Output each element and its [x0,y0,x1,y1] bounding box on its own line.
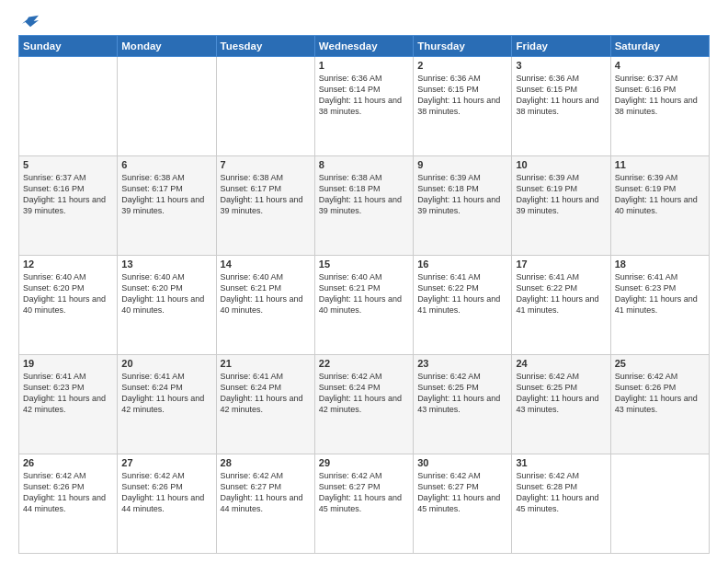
day-number: 17 [516,259,606,270]
calendar-cell: 5Sunrise: 6:37 AM Sunset: 6:16 PM Daylig… [19,156,118,256]
day-content: Sunrise: 6:41 AM Sunset: 6:22 PM Dayligh… [417,271,507,316]
day-number: 2 [417,60,507,71]
calendar-week-3: 12Sunrise: 6:40 AM Sunset: 6:20 PM Dayli… [19,256,710,355]
day-content: Sunrise: 6:41 AM Sunset: 6:22 PM Dayligh… [516,271,606,316]
day-content: Sunrise: 6:41 AM Sunset: 6:24 PM Dayligh… [221,371,311,416]
calendar-week-4: 19Sunrise: 6:41 AM Sunset: 6:23 PM Dayli… [19,355,710,454]
day-number: 18 [615,259,705,270]
day-content: Sunrise: 6:42 AM Sunset: 6:26 PM Dayligh… [23,470,113,515]
logo-bird-icon [22,15,39,28]
calendar-cell: 14Sunrise: 6:40 AM Sunset: 6:21 PM Dayli… [216,256,314,355]
day-number: 21 [221,358,311,369]
calendar-cell [216,57,314,156]
calendar-cell: 29Sunrise: 6:42 AM Sunset: 6:27 PM Dayli… [314,454,413,554]
day-header-friday: Friday [512,36,610,57]
calendar-cell: 18Sunrise: 6:41 AM Sunset: 6:23 PM Dayli… [610,256,709,355]
calendar-cell: 23Sunrise: 6:42 AM Sunset: 6:25 PM Dayli… [414,355,512,454]
day-number: 15 [319,259,409,270]
calendar-cell: 10Sunrise: 6:39 AM Sunset: 6:19 PM Dayli… [512,156,610,256]
day-number: 25 [615,358,705,369]
day-content: Sunrise: 6:40 AM Sunset: 6:21 PM Dayligh… [319,271,409,316]
day-content: Sunrise: 6:39 AM Sunset: 6:18 PM Dayligh… [417,172,507,217]
calendar-cell: 21Sunrise: 6:41 AM Sunset: 6:24 PM Dayli… [216,355,314,454]
day-content: Sunrise: 6:36 AM Sunset: 6:15 PM Dayligh… [417,73,507,118]
day-number: 26 [23,457,113,468]
day-number: 24 [516,358,606,369]
day-number: 28 [221,457,311,468]
day-content: Sunrise: 6:39 AM Sunset: 6:19 PM Dayligh… [615,172,705,217]
calendar-cell [118,57,216,156]
day-number: 6 [121,159,211,170]
calendar-cell: 6Sunrise: 6:38 AM Sunset: 6:17 PM Daylig… [118,156,216,256]
calendar-cell: 24Sunrise: 6:42 AM Sunset: 6:25 PM Dayli… [512,355,610,454]
day-number: 7 [221,159,311,170]
day-number: 22 [319,358,409,369]
day-content: Sunrise: 6:42 AM Sunset: 6:27 PM Dayligh… [221,470,311,515]
calendar-cell: 31Sunrise: 6:42 AM Sunset: 6:28 PM Dayli… [512,454,610,554]
day-number: 1 [319,60,409,71]
day-number: 3 [516,60,606,71]
day-content: Sunrise: 6:37 AM Sunset: 6:16 PM Dayligh… [23,172,113,217]
calendar-header-row: SundayMondayTuesdayWednesdayThursdayFrid… [19,36,710,57]
day-content: Sunrise: 6:41 AM Sunset: 6:23 PM Dayligh… [615,271,705,316]
calendar-week-2: 5Sunrise: 6:37 AM Sunset: 6:16 PM Daylig… [19,156,710,256]
logo-text [18,15,39,28]
day-number: 31 [516,457,606,468]
calendar-cell: 1Sunrise: 6:36 AM Sunset: 6:14 PM Daylig… [314,57,413,156]
day-header-saturday: Saturday [610,36,709,57]
day-content: Sunrise: 6:36 AM Sunset: 6:14 PM Dayligh… [319,73,409,118]
day-content: Sunrise: 6:42 AM Sunset: 6:27 PM Dayligh… [417,470,507,515]
day-content: Sunrise: 6:42 AM Sunset: 6:26 PM Dayligh… [615,371,705,416]
calendar-week-1: 1Sunrise: 6:36 AM Sunset: 6:14 PM Daylig… [19,57,710,156]
calendar-cell: 15Sunrise: 6:40 AM Sunset: 6:21 PM Dayli… [314,256,413,355]
day-number: 23 [417,358,507,369]
day-header-wednesday: Wednesday [314,36,413,57]
calendar-cell: 11Sunrise: 6:39 AM Sunset: 6:19 PM Dayli… [610,156,709,256]
calendar-cell: 28Sunrise: 6:42 AM Sunset: 6:27 PM Dayli… [216,454,314,554]
day-number: 19 [23,358,113,369]
day-number: 4 [615,60,705,71]
day-content: Sunrise: 6:42 AM Sunset: 6:27 PM Dayligh… [319,470,409,515]
calendar-cell: 4Sunrise: 6:37 AM Sunset: 6:16 PM Daylig… [610,57,709,156]
day-number: 30 [417,457,507,468]
day-content: Sunrise: 6:42 AM Sunset: 6:25 PM Dayligh… [516,371,606,416]
calendar-cell: 13Sunrise: 6:40 AM Sunset: 6:20 PM Dayli… [118,256,216,355]
calendar: SundayMondayTuesdayWednesdayThursdayFrid… [18,35,710,554]
day-number: 11 [615,159,705,170]
calendar-cell: 12Sunrise: 6:40 AM Sunset: 6:20 PM Dayli… [19,256,118,355]
svg-marker-0 [22,16,39,28]
calendar-cell: 9Sunrise: 6:39 AM Sunset: 6:18 PM Daylig… [414,156,512,256]
day-content: Sunrise: 6:38 AM Sunset: 6:17 PM Dayligh… [221,172,311,217]
calendar-cell: 19Sunrise: 6:41 AM Sunset: 6:23 PM Dayli… [19,355,118,454]
day-number: 20 [121,358,211,369]
calendar-cell: 3Sunrise: 6:36 AM Sunset: 6:15 PM Daylig… [512,57,610,156]
calendar-cell: 20Sunrise: 6:41 AM Sunset: 6:24 PM Dayli… [118,355,216,454]
day-number: 9 [417,159,507,170]
calendar-cell: 22Sunrise: 6:42 AM Sunset: 6:24 PM Dayli… [314,355,413,454]
day-number: 12 [23,259,113,270]
day-content: Sunrise: 6:36 AM Sunset: 6:15 PM Dayligh… [516,73,606,118]
day-header-sunday: Sunday [19,36,118,57]
day-content: Sunrise: 6:38 AM Sunset: 6:17 PM Dayligh… [121,172,211,217]
calendar-cell: 16Sunrise: 6:41 AM Sunset: 6:22 PM Dayli… [414,256,512,355]
day-number: 27 [121,457,211,468]
calendar-cell: 2Sunrise: 6:36 AM Sunset: 6:15 PM Daylig… [414,57,512,156]
day-content: Sunrise: 6:37 AM Sunset: 6:16 PM Dayligh… [615,73,705,118]
calendar-cell: 8Sunrise: 6:38 AM Sunset: 6:18 PM Daylig… [314,156,413,256]
calendar-week-5: 26Sunrise: 6:42 AM Sunset: 6:26 PM Dayli… [19,454,710,554]
day-number: 8 [319,159,409,170]
day-header-thursday: Thursday [414,36,512,57]
calendar-cell [19,57,118,156]
day-content: Sunrise: 6:38 AM Sunset: 6:18 PM Dayligh… [319,172,409,217]
calendar-cell: 27Sunrise: 6:42 AM Sunset: 6:26 PM Dayli… [118,454,216,554]
day-content: Sunrise: 6:42 AM Sunset: 6:24 PM Dayligh… [319,371,409,416]
day-content: Sunrise: 6:40 AM Sunset: 6:20 PM Dayligh… [121,271,211,316]
day-content: Sunrise: 6:41 AM Sunset: 6:24 PM Dayligh… [121,371,211,416]
calendar-cell: 25Sunrise: 6:42 AM Sunset: 6:26 PM Dayli… [610,355,709,454]
day-number: 16 [417,259,507,270]
day-header-monday: Monday [118,36,216,57]
day-number: 10 [516,159,606,170]
header [18,15,710,28]
day-header-tuesday: Tuesday [216,36,314,57]
day-content: Sunrise: 6:41 AM Sunset: 6:23 PM Dayligh… [23,371,113,416]
